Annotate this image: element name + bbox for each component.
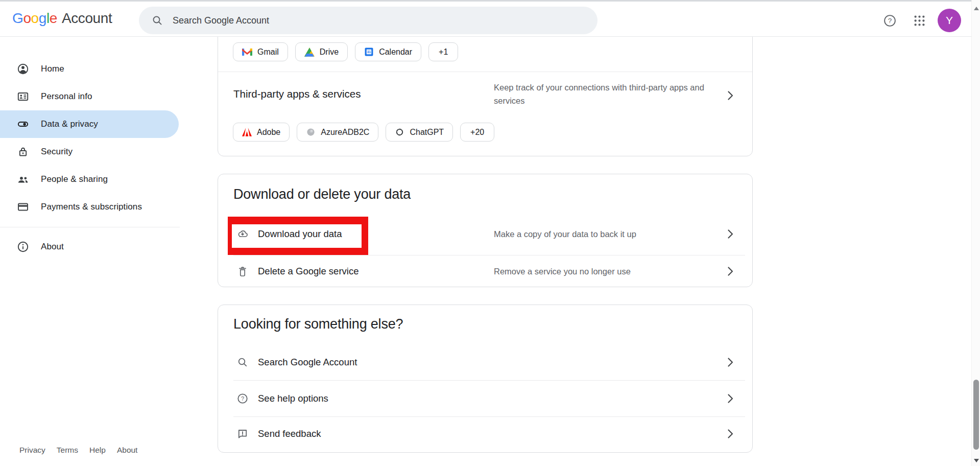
sidebar-item-label: About — [41, 242, 64, 252]
row-label: Send feedback — [258, 428, 321, 439]
search-bar[interactable] — [139, 7, 597, 34]
toggle-icon — [17, 118, 29, 130]
chevron-right-icon — [724, 392, 737, 405]
chip-azureadb2c[interactable]: AzureADB2C — [297, 123, 378, 142]
sidebar-item-data-privacy[interactable]: Data & privacy — [0, 110, 179, 138]
avatar[interactable]: Y — [938, 9, 961, 32]
row-label: Download your data — [258, 228, 342, 240]
sidebar-item-label: People & sharing — [41, 174, 108, 184]
row-description: Make a copy of your data to back it up — [494, 227, 719, 241]
info-icon — [17, 241, 29, 253]
google-services-chips: Gmail Drive 31 Calendar +1 — [233, 42, 458, 61]
card-download-delete: Download or delete your data Download yo… — [218, 174, 753, 287]
help-icon[interactable]: ? — [883, 14, 897, 28]
scroll-up-arrow-icon[interactable] — [974, 7, 979, 10]
chevron-right-icon[interactable] — [724, 89, 737, 102]
row-description: Remove a service you no longer use — [494, 265, 719, 278]
sidebar-item-payments[interactable]: Payments & subscriptions — [0, 193, 179, 221]
search-icon — [236, 356, 249, 368]
logo-letter: e — [50, 10, 57, 26]
sidebar-item-label: Data & privacy — [41, 119, 98, 129]
credit-card-icon — [17, 201, 29, 213]
footer-link-help[interactable]: Help — [89, 446, 106, 455]
people-icon — [17, 173, 29, 185]
sidebar-item-label: Home — [41, 64, 64, 74]
third-party-row-description: Keep track of your connections with thir… — [494, 81, 719, 107]
logo-letter: o — [31, 10, 39, 26]
row-download-your-data[interactable]: Download your data Make a copy of your d… — [218, 213, 752, 255]
chip-label: Gmail — [257, 48, 279, 57]
card-divider — [218, 72, 752, 72]
window-top-edge — [0, 0, 980, 2]
card-title: Download or delete your data — [233, 187, 411, 202]
trash-icon — [236, 265, 249, 277]
sidebar-item-people-sharing[interactable]: People & sharing — [0, 166, 179, 193]
chip-label: Adobe — [257, 128, 280, 137]
footer-links: Privacy Terms Help About — [19, 446, 137, 455]
scrollbar[interactable] — [971, 0, 980, 466]
apps-grid-icon[interactable] — [913, 14, 926, 28]
card-looking-for-else: Looking for something else? Search Googl… — [218, 305, 753, 453]
logo-letter: o — [23, 10, 31, 26]
sidebar-item-about[interactable]: About — [0, 233, 179, 261]
svg-text:?: ? — [241, 395, 244, 402]
footer-link-about[interactable]: About — [117, 446, 138, 455]
sidebar-item-home[interactable]: Home — [0, 55, 179, 83]
card-title: Looking for something else? — [233, 316, 403, 332]
scrollbar-thumb[interactable] — [973, 380, 979, 450]
google-account-logo[interactable]: Google Account — [12, 0, 112, 37]
footer-link-terms[interactable]: Terms — [57, 446, 78, 455]
google-account-page: Google Account ? Y — [0, 0, 980, 466]
cloud-download-icon — [236, 228, 249, 240]
search-icon — [151, 14, 163, 27]
help-circle-icon: ? — [236, 392, 249, 405]
chip-label: Calendar — [379, 48, 412, 57]
row-see-help-options[interactable]: ? See help options — [218, 381, 752, 416]
chevron-right-icon — [724, 427, 737, 440]
chevron-right-icon — [724, 227, 737, 241]
chip-label: AzureADB2C — [321, 128, 369, 137]
azureadb2c-icon — [306, 127, 316, 137]
row-search-google-account[interactable]: Search Google Account — [218, 344, 752, 380]
chip-label: +20 — [470, 128, 484, 137]
chip-adobe[interactable]: Adobe — [233, 123, 290, 142]
sidebar-item-label: Security — [41, 147, 73, 157]
third-party-row-title: Third-party apps & services — [233, 88, 361, 100]
logo-letter: G — [12, 10, 23, 26]
calendar-icon: 31 — [364, 47, 374, 57]
chip-drive[interactable]: Drive — [295, 42, 348, 61]
chip-calendar[interactable]: 31 Calendar — [355, 42, 421, 61]
chip-label: ChatGPT — [410, 128, 444, 137]
chip-more-services[interactable]: +1 — [428, 42, 458, 61]
row-send-feedback[interactable]: Send feedback — [218, 417, 752, 451]
logo-letter: g — [39, 10, 46, 26]
row-label: Delete a Google service — [258, 266, 358, 277]
sidebar-item-label: Payments & subscriptions — [41, 202, 142, 212]
drive-icon — [304, 48, 315, 57]
chevron-right-icon — [724, 265, 737, 278]
search-input[interactable] — [173, 15, 530, 26]
scroll-down-arrow-icon[interactable] — [974, 459, 979, 462]
sidebar-item-personal-info[interactable]: Personal info — [0, 83, 179, 110]
chevron-right-icon — [724, 356, 737, 369]
contact-card-icon — [17, 90, 29, 103]
svg-text:31: 31 — [367, 50, 371, 54]
sidebar-divider — [0, 227, 180, 227]
logo-product-name: Account — [62, 10, 112, 27]
row-label: Search Google Account — [258, 357, 357, 368]
chip-chatgpt[interactable]: ChatGPT — [386, 123, 453, 142]
home-account-icon — [17, 63, 29, 75]
sidebar-item-label: Personal info — [41, 91, 92, 102]
avatar-letter: Y — [946, 14, 953, 27]
footer-link-privacy[interactable]: Privacy — [19, 446, 45, 455]
sidebar: Home Personal info Data & privacy Securi… — [0, 37, 180, 261]
chip-label: Drive — [320, 48, 339, 57]
chip-gmail[interactable]: Gmail — [233, 42, 288, 61]
feedback-icon — [236, 428, 249, 440]
sidebar-item-security[interactable]: Security — [0, 138, 179, 166]
header: Google Account ? Y — [0, 0, 971, 37]
chip-label: +1 — [439, 48, 448, 57]
chip-more-apps[interactable]: +20 — [460, 123, 494, 142]
row-delete-google-service[interactable]: Delete a Google service Remove a service… — [218, 255, 752, 287]
svg-text:?: ? — [888, 17, 892, 25]
